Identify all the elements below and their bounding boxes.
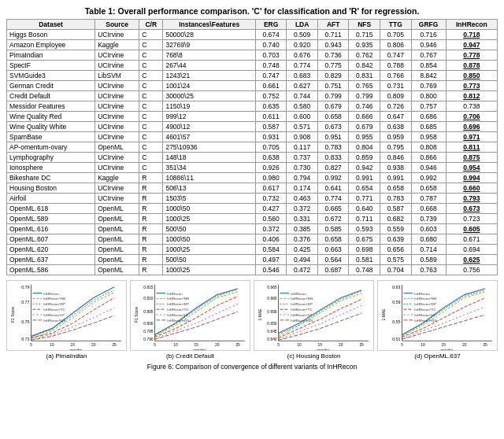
table-cell: 0.647: [380, 112, 412, 122]
table-cell: 0.752: [255, 91, 287, 101]
table-cell: 0.694: [446, 245, 497, 255]
table-cell: 0.951: [317, 132, 349, 142]
svg-text:10: 10: [173, 343, 178, 347]
table-cell: 0.546: [255, 265, 287, 275]
svg-text:25: 25: [235, 343, 240, 347]
table-cell: OpenML.620: [7, 245, 95, 255]
table-cell: UCIrvine: [95, 183, 139, 194]
table-cell: 0.763: [411, 265, 446, 275]
table-cell: R: [139, 214, 163, 224]
table-cell: 1150\19: [163, 101, 255, 112]
svg-text:F1 Score: F1 Score: [135, 307, 139, 323]
table-cell: Wine Quality White: [7, 122, 95, 132]
table-cell: 0.671: [446, 234, 497, 245]
table-cell: 0.747: [255, 71, 287, 81]
table-cell: OpenML: [95, 224, 139, 234]
table-cell: 500\50: [163, 255, 255, 265]
table-cell: 0.564: [317, 255, 349, 265]
svg-text:0.790: 0.790: [143, 338, 153, 341]
table-cell: 0.762: [349, 50, 380, 61]
table-cell: 0.744: [287, 91, 318, 101]
svg-text:InHRecon^NN: InHRecon^NN: [414, 297, 436, 301]
table-cell: 0.625: [446, 255, 497, 265]
table-cell: 0.581: [349, 255, 380, 265]
table-cell: 0.827: [317, 163, 349, 173]
svg-text:0.650: 0.650: [267, 322, 276, 326]
svg-text:InHRecon^NN: InHRecon^NN: [43, 297, 65, 301]
table-cell: 0.587: [380, 204, 412, 214]
table-cell: 0.676: [287, 50, 318, 61]
table-cell: 0.946: [411, 40, 446, 50]
svg-text:0.59: 0.59: [392, 300, 400, 304]
table-cell: 0.685: [411, 122, 446, 132]
table-cell: SVMGuide3: [7, 71, 95, 81]
table-cell: Kaggle: [95, 173, 139, 183]
table-cell: 0.584: [255, 245, 287, 255]
table-cell: OpenML.607: [7, 234, 95, 245]
table-cell: 0.799: [349, 91, 380, 101]
table-cell: UCIrvine: [95, 101, 139, 112]
table-cell: 0.331: [287, 214, 318, 224]
table-cell: UCIrvine: [95, 194, 139, 204]
table-cell: R: [139, 194, 163, 204]
svg-text:0.655: 0.655: [267, 310, 276, 314]
table-cell: 0.831: [349, 71, 380, 81]
table-row: OpenML.620OpenMLR1000\250.5840.4250.6630…: [7, 245, 498, 255]
table-cell: 0.866: [411, 153, 446, 163]
table-cell: R: [139, 245, 163, 255]
table-cell: 0.958: [411, 132, 446, 142]
table-cell: 0.731: [380, 81, 412, 91]
table-cell: C: [139, 40, 163, 50]
svg-text:0.815: 0.815: [143, 286, 153, 290]
table-cell: Airfoil: [7, 194, 95, 204]
svg-text:InHRecon^LP: InHRecon^LP: [414, 313, 435, 317]
table-cell: 0.794: [287, 173, 318, 183]
table-row: Wine Quality RedUCIrvineC999\120.6110.60…: [7, 112, 498, 122]
svg-text:epochs: epochs: [193, 349, 206, 350]
table-cell: 0.920: [287, 40, 318, 50]
table-cell: 0.748: [349, 265, 380, 275]
table-cell: UCIrvine: [95, 50, 139, 61]
table-cell: 1000\50: [163, 204, 255, 214]
table-cell: 0.683: [287, 71, 318, 81]
chart-openml637: 0.63 0.59 0.55 0.51 5 10 15 20 25 epochs…: [377, 280, 498, 360]
column-header: Dataset: [7, 20, 95, 30]
table-cell: UCIrvine: [95, 81, 139, 91]
table-cell: 0.971: [446, 132, 497, 142]
table-cell: 0.679: [317, 101, 349, 112]
svg-text:25: 25: [112, 343, 117, 347]
table-cell: 0.955: [349, 132, 380, 142]
svg-text:InHRecon^LP: InHRecon^LP: [43, 313, 65, 317]
table-cell: 0.765: [349, 81, 380, 91]
table-cell: C: [139, 112, 163, 122]
table-cell: 0.767: [411, 50, 446, 61]
svg-text:20: 20: [215, 343, 220, 347]
table-cell: UCIrvine: [95, 30, 139, 40]
table-cell: 0.994: [446, 173, 497, 183]
svg-text:5: 5: [401, 343, 403, 347]
table-cell: 0.769: [411, 81, 446, 91]
table-cell: 0.673: [317, 122, 349, 132]
table-cell: 0.778: [446, 50, 497, 61]
table-cell: R: [139, 224, 163, 234]
table-cell: 0.425: [287, 245, 318, 255]
table-cell: 0.589: [411, 255, 446, 265]
table-cell: OpenML.618: [7, 204, 95, 214]
table-cell: 0.938: [380, 163, 412, 173]
table-row: SpectFUCIrvineC267\440.7480.7740.7750.84…: [7, 61, 498, 71]
table-cell: 0.723: [446, 214, 497, 224]
table-cell: 0.680: [411, 234, 446, 245]
table-cell: 0.809: [380, 91, 412, 101]
table-cell: 0.406: [255, 234, 287, 245]
table-cell: 0.935: [349, 40, 380, 50]
column-header: TTG: [380, 20, 412, 30]
table-cell: Housing Boston: [7, 183, 95, 194]
table-cell: 0.799: [317, 91, 349, 101]
svg-text:5: 5: [277, 343, 280, 347]
table-cell: 506\13: [163, 183, 255, 194]
table-cell: 4601\57: [163, 132, 255, 142]
table-cell: 0.775: [317, 61, 349, 71]
table-cell: 148\18: [163, 153, 255, 163]
svg-text:InHRecon^DP: InHRecon^DP: [167, 302, 189, 306]
table-cell: 0.668: [411, 204, 446, 214]
